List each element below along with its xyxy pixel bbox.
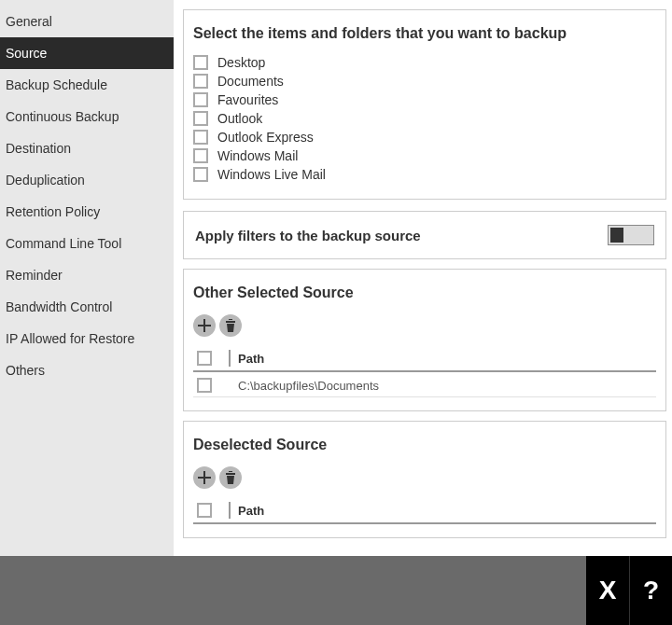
trash-icon [225, 319, 236, 332]
footer-bar: X ? [0, 556, 672, 625]
sidebar-item-destination[interactable]: Destination [0, 132, 174, 164]
sidebar-item-source[interactable]: Source [0, 37, 174, 69]
plus-icon [198, 319, 211, 332]
backup-item-label: Outlook Express [217, 130, 314, 145]
help-icon: ? [643, 576, 659, 605]
backup-item-label: Windows Mail [217, 148, 298, 163]
sidebar-item-command-line-tool[interactable]: Command Line Tool [0, 228, 174, 259]
deselected-table: Path [193, 502, 656, 524]
close-button[interactable]: X [586, 556, 629, 625]
path-cell: C:\backupfiles\Documents [229, 379, 379, 393]
select-all-checkbox[interactable] [197, 503, 212, 518]
add-button[interactable] [193, 466, 216, 489]
backup-item-documents[interactable]: Documents [193, 74, 656, 89]
trash-icon [225, 471, 236, 484]
checkbox-icon[interactable] [193, 55, 208, 70]
other-selected-title: Other Selected Source [193, 285, 656, 301]
plus-icon [198, 471, 211, 484]
deselected-title: Deselected Source [193, 437, 656, 453]
checkbox-icon[interactable] [193, 74, 208, 89]
filter-title: Apply filters to the backup source [195, 228, 421, 243]
sidebar-item-deduplication[interactable]: Deduplication [0, 164, 174, 196]
sidebar-item-continuous-backup[interactable]: Continuous Backup [0, 101, 174, 132]
sidebar-item-retention-policy[interactable]: Retention Policy [0, 196, 174, 228]
help-button[interactable]: ? [629, 556, 672, 625]
backup-item-label: Desktop [217, 55, 265, 70]
sidebar-item-backup-schedule[interactable]: Backup Schedule [0, 69, 174, 101]
sidebar-item-ip-allowed-for-restore[interactable]: IP Allowed for Restore [0, 323, 174, 354]
delete-button[interactable] [219, 466, 242, 489]
row-checkbox[interactable] [197, 378, 212, 393]
select-items-panel: Select the items and folders that you wa… [183, 9, 666, 200]
sidebar-item-bandwidth-control[interactable]: Bandwidth Control [0, 291, 174, 323]
backup-item-label: Windows Live Mail [217, 167, 326, 182]
path-column-header: Path [238, 352, 264, 366]
checkbox-icon[interactable] [193, 167, 208, 182]
main-content: Select the items and folders that you wa… [174, 0, 672, 556]
checkbox-icon[interactable] [193, 92, 208, 107]
filter-toggle[interactable] [608, 225, 654, 245]
column-separator [229, 350, 231, 367]
checkbox-icon[interactable] [193, 130, 208, 145]
backup-item-label: Outlook [217, 111, 262, 126]
select-all-checkbox[interactable] [197, 351, 212, 366]
add-button[interactable] [193, 314, 216, 337]
checkbox-icon[interactable] [193, 148, 208, 163]
sidebar-item-general[interactable]: General [0, 6, 174, 37]
deselected-panel: Deselected Source Path [183, 421, 666, 538]
table-row[interactable]: C:\backupfiles\Documents [193, 372, 656, 397]
backup-item-outlook[interactable]: Outlook [193, 111, 656, 126]
toggle-knob-icon [610, 228, 623, 243]
delete-button[interactable] [219, 314, 242, 337]
table-header-row: Path [193, 502, 656, 524]
column-separator [229, 502, 231, 519]
select-items-title: Select the items and folders that you wa… [193, 25, 656, 42]
backup-item-label: Documents [217, 74, 284, 89]
backup-item-favourites[interactable]: Favourites [193, 92, 656, 107]
other-selected-panel: Other Selected Source Path C:\backupfile… [183, 269, 666, 411]
other-selected-table: Path C:\backupfiles\Documents [193, 350, 656, 397]
close-icon: X [599, 576, 617, 605]
backup-item-desktop[interactable]: Desktop [193, 55, 656, 70]
backup-item-windows-mail[interactable]: Windows Mail [193, 148, 656, 163]
table-header-row: Path [193, 350, 656, 372]
checkbox-icon[interactable] [193, 111, 208, 126]
backup-item-outlook-express[interactable]: Outlook Express [193, 130, 656, 145]
path-column-header: Path [238, 504, 264, 518]
filter-panel: Apply filters to the backup source [183, 211, 666, 259]
sidebar-item-reminder[interactable]: Reminder [0, 259, 174, 291]
backup-item-windows-live-mail[interactable]: Windows Live Mail [193, 167, 656, 182]
sidebar-item-others[interactable]: Others [0, 354, 174, 386]
sidebar: General Source Backup Schedule Continuou… [0, 0, 174, 556]
backup-item-label: Favourites [217, 92, 278, 107]
